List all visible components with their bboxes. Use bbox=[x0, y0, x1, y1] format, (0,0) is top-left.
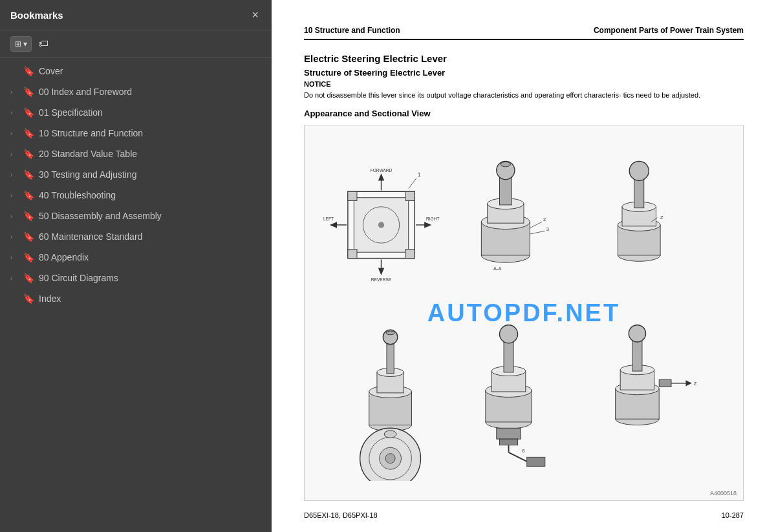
subsection-title: Structure of Steering Electric Lever bbox=[304, 68, 744, 78]
notice-label: NOTICE bbox=[304, 80, 744, 88]
bookmark-icon: 🔖 bbox=[23, 293, 34, 304]
page-header-right: Component Parts of Power Train System bbox=[594, 26, 744, 35]
sidebar-item-label: 60 Maintenance Standard bbox=[39, 231, 142, 242]
bookmark-icon: 🔖 bbox=[23, 107, 34, 118]
svg-marker-12 bbox=[378, 268, 384, 275]
sidebar-item-index[interactable]: 🔖 Index bbox=[0, 288, 272, 309]
notice-text: Do not disassemble this lever since its … bbox=[304, 90, 744, 101]
svg-text:6: 6 bbox=[522, 447, 524, 453]
tag-button[interactable]: 🏷 bbox=[36, 36, 51, 52]
svg-point-41 bbox=[629, 161, 649, 180]
sidebar-item-label: 00 Index and Foreword bbox=[39, 87, 132, 97]
svg-text:Z: Z bbox=[694, 380, 697, 386]
footer-left: D65EXI-18, D65PXI-18 bbox=[304, 511, 378, 519]
sidebar-item-00[interactable]: › 🔖 00 Index and Foreword bbox=[0, 81, 272, 102]
svg-marker-18 bbox=[424, 222, 431, 228]
svg-rect-59 bbox=[497, 428, 521, 439]
svg-text:FORWARD: FORWARD bbox=[371, 168, 393, 173]
bookmark-icon: 🔖 bbox=[23, 66, 34, 76]
chevron-icon: › bbox=[10, 89, 18, 96]
svg-rect-63 bbox=[527, 457, 545, 466]
svg-point-51 bbox=[386, 331, 394, 335]
sidebar-items-list: 🔖 Cover › 🔖 00 Index and Foreword › 🔖 01… bbox=[0, 58, 272, 532]
svg-point-29 bbox=[501, 162, 510, 167]
sidebar-item-30[interactable]: › 🔖 30 Testing and Adjusting bbox=[0, 164, 272, 185]
sidebar-item-label: 30 Testing and Adjusting bbox=[39, 169, 137, 180]
page-header: 10 Structure and Function Component Part… bbox=[304, 26, 744, 40]
svg-text:LEFT: LEFT bbox=[323, 217, 334, 221]
sidebar-toolbar: ⊞ ▾ 🏷 bbox=[0, 30, 272, 58]
svg-marker-74 bbox=[686, 380, 692, 386]
svg-marker-9 bbox=[378, 173, 384, 180]
svg-text:REVERSE: REVERSE bbox=[371, 277, 392, 282]
svg-rect-4 bbox=[348, 191, 357, 200]
bookmark-icon: 🔖 bbox=[23, 190, 34, 200]
svg-text:Z: Z bbox=[660, 214, 663, 220]
sidebar: Bookmarks × ⊞ ▾ 🏷 🔖 Cover › 🔖 00 Index a… bbox=[0, 0, 272, 532]
svg-line-21 bbox=[409, 178, 416, 188]
svg-point-71 bbox=[629, 325, 645, 341]
chevron-icon: › bbox=[10, 192, 18, 199]
svg-point-80 bbox=[384, 431, 396, 438]
sidebar-item-label: 10 Structure and Function bbox=[39, 128, 143, 138]
chevron-icon: › bbox=[10, 254, 18, 261]
svg-marker-15 bbox=[330, 222, 337, 228]
chevron-icon: › bbox=[10, 233, 18, 240]
sidebar-item-60[interactable]: › 🔖 60 Maintenance Standard bbox=[0, 226, 272, 247]
svg-rect-6 bbox=[348, 249, 357, 258]
grid-icon: ⊞ bbox=[15, 39, 21, 48]
sidebar-item-50[interactable]: › 🔖 50 Disassembly and Assembly bbox=[0, 206, 272, 226]
page-header-left: 10 Structure and Function bbox=[304, 26, 400, 35]
svg-line-31 bbox=[530, 231, 544, 234]
svg-text:A-A: A-A bbox=[493, 266, 502, 271]
bookmark-icon: 🔖 bbox=[23, 231, 34, 242]
svg-point-79 bbox=[385, 453, 395, 463]
main-content: 10 Structure and Function Component Part… bbox=[272, 0, 776, 532]
svg-rect-5 bbox=[405, 191, 415, 200]
svg-text:3: 3 bbox=[546, 226, 549, 232]
sidebar-item-label: 01 Specification bbox=[39, 107, 103, 118]
sidebar-item-label: Cover bbox=[39, 66, 63, 76]
svg-rect-49 bbox=[387, 340, 394, 374]
sidebar-item-80[interactable]: › 🔖 80 Appendix bbox=[0, 247, 272, 268]
sidebar-item-10[interactable]: › 🔖 10 Structure and Function bbox=[0, 123, 272, 144]
bookmark-tag-icon: 🏷 bbox=[38, 38, 48, 49]
sidebar-item-label: 40 Troubleshooting bbox=[39, 190, 116, 200]
sidebar-item-01[interactable]: › 🔖 01 Specification bbox=[0, 102, 272, 123]
bookmark-icon: 🔖 bbox=[23, 273, 34, 283]
technical-diagram: FORWARD REVERSE LEFT RIGHT bbox=[318, 145, 730, 481]
chevron-icon: › bbox=[10, 275, 18, 282]
dropdown-arrow-icon: ▾ bbox=[23, 39, 27, 48]
close-button[interactable]: × bbox=[249, 8, 261, 22]
sidebar-title: Bookmarks bbox=[10, 10, 63, 21]
diagram-box: FORWARD REVERSE LEFT RIGHT bbox=[304, 125, 744, 501]
svg-text:RIGHT: RIGHT bbox=[426, 217, 439, 221]
chevron-icon: › bbox=[10, 130, 18, 137]
sidebar-item-label: 20 Standard Value Table bbox=[39, 149, 137, 159]
sidebar-item-label: 80 Appendix bbox=[39, 252, 89, 262]
bookmark-icon: 🔖 bbox=[23, 87, 34, 97]
sidebar-item-90[interactable]: › 🔖 90 Circuit Diagrams bbox=[0, 268, 272, 288]
diagram-svg-container: FORWARD REVERSE LEFT RIGHT bbox=[318, 138, 730, 487]
page-footer: D65EXI-18, D65PXI-18 10-287 bbox=[304, 511, 744, 519]
doc-page: 10 Structure and Function Component Part… bbox=[272, 0, 776, 532]
sidebar-item-label: 90 Circuit Diagrams bbox=[39, 273, 118, 283]
sidebar-header: Bookmarks × bbox=[0, 0, 272, 30]
svg-line-62 bbox=[509, 452, 527, 461]
sidebar-item-label: Index bbox=[39, 293, 61, 304]
svg-text:1: 1 bbox=[418, 171, 421, 177]
bookmark-icon: 🔖 bbox=[23, 149, 34, 159]
svg-line-30 bbox=[530, 222, 542, 228]
sidebar-item-cover[interactable]: 🔖 Cover bbox=[0, 61, 272, 81]
bookmark-icon: 🔖 bbox=[23, 128, 34, 138]
bookmark-icon: 🔖 bbox=[23, 211, 34, 221]
bookmark-icon: 🔖 bbox=[23, 169, 34, 180]
svg-point-58 bbox=[499, 325, 517, 343]
svg-rect-60 bbox=[499, 439, 517, 445]
sidebar-item-20[interactable]: › 🔖 20 Standard Value Table bbox=[0, 144, 272, 164]
chevron-icon: › bbox=[10, 151, 18, 158]
sidebar-item-40[interactable]: › 🔖 40 Troubleshooting bbox=[0, 185, 272, 206]
chevron-icon: › bbox=[10, 171, 18, 178]
expand-button[interactable]: ⊞ ▾ bbox=[10, 36, 32, 52]
chevron-icon: › bbox=[10, 213, 18, 220]
